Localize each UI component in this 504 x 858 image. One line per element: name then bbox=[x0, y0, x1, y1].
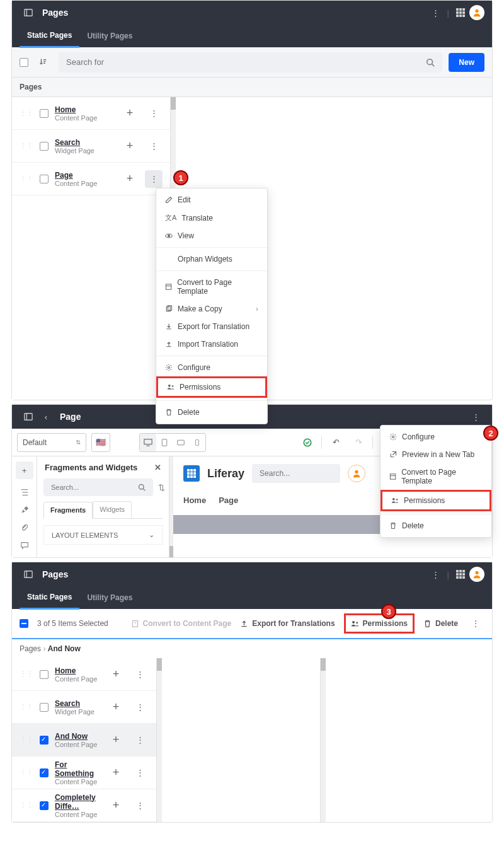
design-tool-icon[interactable] bbox=[20, 506, 29, 514]
row-checkbox[interactable] bbox=[40, 142, 49, 151]
dropdown-configure[interactable]: Configure bbox=[381, 428, 491, 446]
dropdown-orphan[interactable]: Orphan Widgets bbox=[156, 250, 267, 268]
scrollbar[interactable] bbox=[157, 658, 162, 822]
check-icon[interactable] bbox=[299, 434, 316, 451]
row-checkbox[interactable] bbox=[40, 670, 49, 679]
apps-grid-icon[interactable] bbox=[452, 565, 469, 583]
drag-handle-icon[interactable]: ⋮⋮ bbox=[20, 736, 33, 744]
dropdown-configure[interactable]: Configure bbox=[156, 359, 267, 376]
user-avatar[interactable] bbox=[469, 567, 484, 582]
tablet-landscape-icon[interactable] bbox=[173, 434, 189, 451]
add-child-icon[interactable]: + bbox=[121, 170, 139, 188]
apps-grid-icon[interactable] bbox=[452, 4, 469, 21]
page-name[interactable]: Completely Diffe… bbox=[55, 793, 101, 811]
redo-icon[interactable]: ↷ bbox=[350, 434, 367, 451]
plus-tool-icon[interactable]: + bbox=[16, 461, 33, 479]
add-child-icon[interactable]: + bbox=[107, 797, 125, 815]
nav-home[interactable]: Home bbox=[183, 496, 206, 505]
page-row[interactable]: ⋮⋮ Page Content Page + ⋮ bbox=[12, 163, 170, 195]
add-child-icon[interactable]: + bbox=[107, 731, 125, 749]
row-kebab-icon[interactable]: ⋮ bbox=[131, 666, 149, 683]
page-name[interactable]: And Now bbox=[55, 732, 101, 741]
back-icon[interactable]: ‹ bbox=[37, 408, 55, 426]
drag-handle-icon[interactable]: ⋮⋮ bbox=[20, 768, 33, 777]
nav-page[interactable]: Page bbox=[219, 496, 238, 505]
row-checkbox[interactable] bbox=[40, 175, 49, 183]
select-all-checkbox[interactable] bbox=[20, 58, 28, 67]
experience-select[interactable]: Default ⇅ bbox=[17, 433, 86, 452]
sort-icon[interactable] bbox=[35, 54, 52, 71]
page-name[interactable]: Search bbox=[55, 699, 101, 708]
dropdown-permissions[interactable]: Permissions bbox=[381, 490, 491, 511]
drag-handle-icon[interactable]: ⋮⋮ bbox=[20, 703, 33, 711]
dropdown-copy[interactable]: Make a Copy › bbox=[156, 300, 267, 318]
search-box[interactable] bbox=[59, 52, 442, 72]
row-kebab-icon[interactable]: ⋮ bbox=[131, 731, 149, 749]
add-child-icon[interactable]: + bbox=[121, 105, 139, 122]
clip-tool-icon[interactable] bbox=[20, 523, 29, 532]
page-name[interactable]: Search bbox=[55, 138, 115, 147]
canvas-avatar[interactable] bbox=[348, 465, 365, 482]
drag-handle-icon[interactable]: ⋮⋮ bbox=[20, 142, 33, 150]
dropdown-export-translation[interactable]: Export for Translation bbox=[156, 318, 267, 335]
locale-select[interactable]: 🇺🇸 bbox=[91, 433, 110, 452]
drag-handle-icon[interactable]: ⋮⋮ bbox=[20, 175, 33, 183]
export-action[interactable]: Export for Translations bbox=[240, 619, 335, 628]
page-row[interactable]: ⋮⋮ For SomethingContent Page + ⋮ bbox=[12, 757, 156, 789]
comment-tool-icon[interactable] bbox=[20, 541, 29, 550]
dropdown-edit[interactable]: Edit bbox=[156, 191, 267, 209]
row-kebab-icon[interactable]: ⋮ bbox=[145, 170, 163, 188]
sidebar-toggle-icon[interactable] bbox=[20, 565, 37, 583]
desktop-icon[interactable] bbox=[140, 434, 156, 451]
row-kebab-icon[interactable]: ⋮ bbox=[131, 797, 149, 815]
kebab-icon[interactable]: ⋮ bbox=[427, 4, 445, 21]
dropdown-permissions[interactable]: Permissions bbox=[156, 376, 267, 398]
select-all-checkbox[interactable] bbox=[20, 619, 28, 628]
layout-elements-row[interactable]: LAYOUT ELEMENTS ⌄ bbox=[43, 525, 163, 545]
subtab-fragments[interactable]: Fragments bbox=[43, 502, 93, 519]
page-row[interactable]: ⋮⋮ Completely Diffe…Content Page + ⋮ bbox=[12, 789, 156, 822]
page-name[interactable]: Home bbox=[55, 105, 115, 114]
panel-search-box[interactable] bbox=[43, 478, 153, 496]
tablet-icon[interactable] bbox=[156, 434, 173, 451]
canvas-search-input[interactable] bbox=[260, 469, 354, 478]
tab-static-pages[interactable]: Static Pages bbox=[20, 25, 79, 48]
tab-utility-pages[interactable]: Utility Pages bbox=[79, 587, 140, 608]
search-input[interactable] bbox=[66, 57, 426, 67]
row-checkbox[interactable] bbox=[40, 109, 49, 118]
page-name[interactable]: Home bbox=[55, 666, 101, 675]
page-row[interactable]: ⋮⋮ HomeContent Page + ⋮ bbox=[12, 658, 156, 691]
tab-static-pages[interactable]: Static Pages bbox=[20, 586, 79, 610]
row-checkbox[interactable] bbox=[40, 703, 49, 712]
kebab-icon[interactable]: ⋮ bbox=[427, 565, 445, 583]
undo-icon[interactable]: ↶ bbox=[327, 434, 345, 451]
user-avatar[interactable] bbox=[469, 5, 484, 20]
row-kebab-icon[interactable]: ⋮ bbox=[131, 699, 149, 716]
sidebar-toggle-icon[interactable] bbox=[20, 4, 37, 21]
kebab-icon[interactable]: ⋮ bbox=[467, 615, 484, 632]
close-icon[interactable]: ✕ bbox=[154, 463, 161, 472]
page-row[interactable]: ⋮⋮ SearchWidget Page + ⋮ bbox=[12, 691, 156, 724]
row-kebab-icon[interactable]: ⋮ bbox=[131, 764, 149, 782]
tab-utility-pages[interactable]: Utility Pages bbox=[79, 25, 140, 47]
sort-icon[interactable]: ⇅ bbox=[158, 483, 165, 492]
outline-tool-icon[interactable] bbox=[20, 488, 29, 497]
subtab-widgets[interactable]: Widgets bbox=[93, 501, 132, 518]
mobile-icon[interactable] bbox=[189, 434, 205, 451]
convert-action[interactable]: Convert to Content Page bbox=[131, 619, 232, 628]
drag-handle-icon[interactable]: ⋮⋮ bbox=[20, 670, 33, 678]
page-name[interactable]: For Something bbox=[55, 760, 101, 778]
add-child-icon[interactable]: + bbox=[121, 137, 139, 155]
new-button[interactable]: New bbox=[449, 53, 484, 72]
add-child-icon[interactable]: + bbox=[107, 764, 125, 782]
kebab-icon[interactable]: ⋮ bbox=[467, 408, 484, 426]
canvas-search[interactable] bbox=[252, 464, 340, 483]
permissions-action[interactable]: Permissions bbox=[344, 613, 415, 634]
page-row[interactable]: ⋮⋮ And NowContent Page + ⋮ bbox=[12, 724, 156, 757]
row-checkbox[interactable] bbox=[40, 801, 49, 810]
dropdown-convert[interactable]: Convert to Page Template bbox=[156, 274, 267, 300]
dropdown-import-translation[interactable]: Import Translation bbox=[156, 335, 267, 353]
dropdown-convert[interactable]: Convert to Page Template bbox=[381, 463, 491, 490]
scrollbar[interactable] bbox=[321, 658, 326, 822]
row-checkbox[interactable] bbox=[40, 736, 49, 745]
